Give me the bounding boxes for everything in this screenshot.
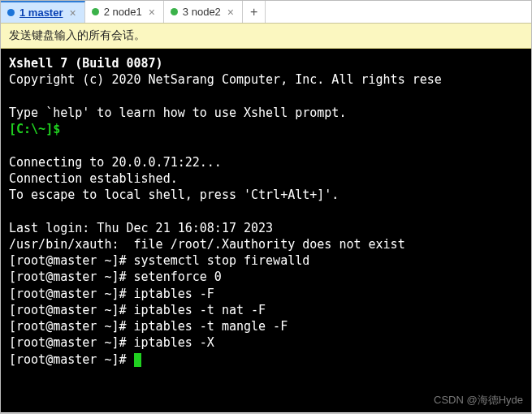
terminal-banner: Xshell 7 (Build 0087) <box>9 56 163 71</box>
broadcast-notice: 发送键盘输入的所有会话。 <box>1 24 531 49</box>
shell-command: iptables -t nat -F <box>134 303 266 317</box>
terminal-established: Connection established. <box>9 171 178 186</box>
shell-prompt: [root@master ~]# <box>9 270 127 284</box>
shell-command: systemctl stop firewalld <box>134 253 310 268</box>
terminal-helpline: Type `help' to learn how to use Xshell p… <box>9 106 346 120</box>
shell-command: iptables -X <box>134 335 214 350</box>
close-icon[interactable]: × <box>67 7 77 19</box>
add-tab-button[interactable]: + <box>243 1 266 23</box>
terminal-escape: To escape to local shell, press 'Ctrl+Al… <box>9 188 339 202</box>
shell-prompt: [root@master ~]# <box>9 319 127 334</box>
shell-command: setenforce 0 <box>134 270 222 284</box>
shell-prompt: [root@master ~]# <box>9 287 127 301</box>
tab-label: 1 master <box>19 6 63 19</box>
shell-prompt: [root@master ~]# <box>9 253 127 268</box>
shell-prompt: [root@master ~]# <box>9 352 127 367</box>
status-dot-icon <box>92 8 99 15</box>
tab-bar: 1 master × 2 node1 × 3 node2 × + <box>1 1 531 24</box>
local-prompt: [C:\~]$ <box>9 122 60 136</box>
tab-label: 3 node2 <box>183 6 221 18</box>
terminal-xauth: /usr/bin/xauth: file /root/.Xauthority d… <box>9 237 405 252</box>
status-dot-icon <box>7 9 15 16</box>
shell-prompt: [root@master ~]# <box>9 335 127 350</box>
tab-node1[interactable]: 2 node1 × <box>85 1 164 23</box>
terminal[interactable]: Xshell 7 (Build 0087) Copyright (c) 2020… <box>1 49 531 412</box>
terminal-connecting: Connecting to 20.0.0.71:22... <box>9 155 222 170</box>
cursor-icon <box>134 353 141 367</box>
shell-command: iptables -t mangle -F <box>134 319 288 334</box>
tab-label: 2 node1 <box>104 6 142 18</box>
shell-command: iptables -F <box>134 287 214 301</box>
shell-prompt: [root@master ~]# <box>9 303 127 317</box>
tab-node2[interactable]: 3 node2 × <box>164 1 243 23</box>
watermark: CSDN @海德Hyde <box>434 393 523 408</box>
status-dot-icon <box>171 8 178 15</box>
close-icon[interactable]: × <box>226 6 236 18</box>
terminal-copyright: Copyright (c) 2020 NetSarang Computer, I… <box>9 72 442 87</box>
close-icon[interactable]: × <box>147 6 157 18</box>
terminal-lastlogin: Last login: Thu Dec 21 16:08:17 2023 <box>9 221 273 235</box>
tab-master[interactable]: 1 master × <box>1 1 85 23</box>
